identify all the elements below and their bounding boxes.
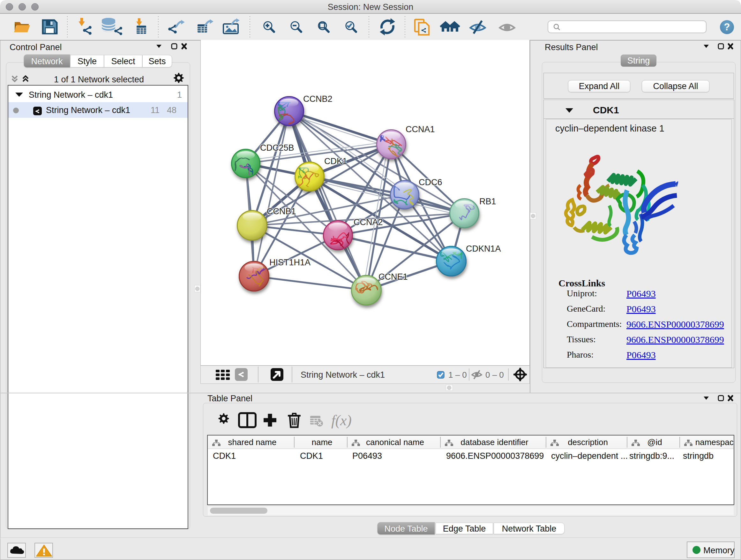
svg-text:canonical name: canonical name (366, 437, 424, 447)
svg-text:String Network – cdk1: String Network – cdk1 (300, 370, 385, 380)
svg-text:0 – 0: 0 – 0 (485, 370, 504, 380)
svg-text:1 – 0: 1 – 0 (448, 370, 467, 380)
svg-text:description: description (568, 437, 608, 447)
svg-text:name: name (312, 437, 332, 447)
svg-text:database identifier: database identifier (461, 437, 529, 447)
svg-text:@id: @id (647, 437, 662, 447)
svg-text:f(x): f(x) (331, 412, 352, 428)
svg-text:shared name: shared name (228, 437, 277, 447)
svg-text:namespace: namespace (695, 437, 734, 447)
